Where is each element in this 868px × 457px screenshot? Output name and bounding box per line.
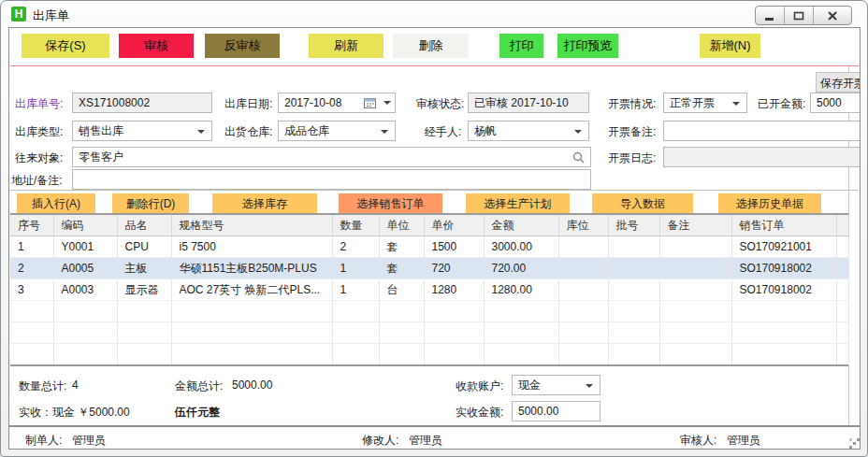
table-cell[interactable] bbox=[558, 258, 608, 279]
table-cell[interactable]: 主板 bbox=[117, 258, 171, 279]
table-cell[interactable] bbox=[659, 258, 731, 279]
empty-table-cell bbox=[332, 301, 379, 322]
table-cell[interactable]: 显示器 bbox=[117, 279, 171, 301]
invoice-status-select[interactable]: 正常开票 bbox=[663, 93, 747, 113]
select-production-plan-button[interactable]: 选择生产计划 bbox=[466, 193, 570, 214]
order-no-field[interactable]: XS171008002 bbox=[72, 93, 212, 113]
grid-header-1[interactable]: 编码 bbox=[53, 215, 117, 236]
partner-field[interactable]: 零售客户 bbox=[72, 147, 591, 167]
audit-button[interactable]: 审核 bbox=[119, 34, 194, 58]
table-cell[interactable] bbox=[558, 236, 608, 258]
table-cell[interactable] bbox=[659, 279, 731, 301]
unaudit-button[interactable]: 反审核 bbox=[205, 34, 280, 58]
table-cell[interactable]: 华硕1151主板B250M-PLUS bbox=[171, 258, 332, 279]
qty-total-value: 4 bbox=[72, 378, 79, 392]
delete-row-button[interactable]: 删除行(D) bbox=[112, 193, 189, 214]
handler-select[interactable]: 杨帆 bbox=[468, 121, 589, 141]
table-cell[interactable]: 1280.00 bbox=[484, 279, 558, 301]
table-cell[interactable]: 台 bbox=[379, 279, 424, 301]
table-cell[interactable]: SO170921001 bbox=[731, 236, 836, 258]
table-cell[interactable]: 1500 bbox=[424, 236, 484, 258]
table-cell[interactable]: 1 bbox=[332, 279, 379, 301]
save-invoice-button[interactable]: 保存开票 bbox=[816, 72, 861, 93]
table-cell[interactable]: A0005 bbox=[53, 258, 117, 279]
grid-header-9[interactable]: 批号 bbox=[608, 215, 659, 236]
delete-button[interactable]: 删除 bbox=[393, 34, 469, 58]
table-cell[interactable] bbox=[608, 236, 659, 258]
minimize-button[interactable] bbox=[756, 7, 785, 24]
table-row[interactable]: 2A0005主板华硕1151主板B250M-PLUS1套720720.00SO1… bbox=[10, 258, 848, 279]
grid-header-8[interactable]: 库位 bbox=[558, 215, 608, 236]
close-button[interactable] bbox=[814, 7, 851, 24]
refresh-button[interactable]: 刷新 bbox=[309, 34, 383, 58]
account-select[interactable]: 现金 bbox=[512, 375, 600, 395]
grid-header-10[interactable]: 备注 bbox=[659, 215, 731, 236]
warehouse-select[interactable]: 成品仓库 bbox=[278, 121, 396, 141]
date-dropdown-arrow-icon[interactable] bbox=[383, 101, 391, 108]
table-cell[interactable]: SO170918002 bbox=[731, 279, 836, 301]
table-cell[interactable]: 1280 bbox=[424, 279, 484, 301]
table-cell[interactable]: 720.00 bbox=[484, 258, 558, 279]
received-label: 实收金额: bbox=[456, 405, 503, 421]
add-new-button[interactable]: 新增(N) bbox=[700, 34, 760, 58]
table-cell[interactable]: 套 bbox=[379, 236, 424, 258]
table-cell[interactable]: 1 bbox=[10, 236, 53, 258]
print-preview-button[interactable]: 打印预览 bbox=[557, 34, 618, 58]
invoice-note-field[interactable] bbox=[663, 121, 861, 141]
save-button[interactable]: 保存(S) bbox=[22, 34, 109, 58]
table-cell[interactable]: 2 bbox=[332, 236, 379, 258]
insert-row-button[interactable]: 插入行(A) bbox=[17, 193, 95, 214]
table-cell[interactable] bbox=[659, 236, 731, 258]
table-cell[interactable]: 3 bbox=[10, 279, 53, 301]
grid-header-11[interactable]: 销售订单 bbox=[731, 215, 836, 236]
empty-table-cell bbox=[731, 344, 836, 365]
print-button[interactable]: 打印 bbox=[499, 34, 543, 58]
calendar-icon[interactable] bbox=[364, 97, 376, 108]
grid-header-0[interactable]: 序号 bbox=[10, 215, 53, 236]
maximize-button[interactable] bbox=[785, 7, 814, 24]
resize-grip-icon[interactable] bbox=[853, 442, 856, 445]
empty-table-cell bbox=[424, 344, 484, 365]
empty-table-cell bbox=[53, 301, 117, 322]
grid-header-7[interactable]: 金额 bbox=[484, 215, 558, 236]
grid-header-12[interactable] bbox=[836, 215, 848, 236]
table-cell[interactable]: Y0001 bbox=[53, 236, 117, 258]
invoiced-amount-field[interactable]: 5000 bbox=[810, 93, 861, 113]
window-controls bbox=[755, 6, 852, 25]
search-icon[interactable] bbox=[572, 151, 585, 164]
received-amount-field[interactable]: 5000.00 bbox=[512, 401, 600, 421]
table-cell[interactable] bbox=[836, 279, 848, 301]
table-cell[interactable]: 1 bbox=[332, 258, 379, 279]
order-date-field[interactable]: 2017-10-08 bbox=[278, 93, 396, 113]
table-cell[interactable]: i5 7500 bbox=[171, 236, 332, 258]
table-cell[interactable]: A0003 bbox=[53, 279, 117, 301]
outbound-type-select[interactable]: 销售出库 bbox=[72, 121, 212, 141]
grid-header-4[interactable]: 数量 bbox=[332, 215, 379, 236]
grid-header-3[interactable]: 规格型号 bbox=[171, 215, 332, 236]
empty-table-cell bbox=[558, 301, 608, 322]
grid-header-5[interactable]: 单位 bbox=[379, 215, 424, 236]
table-cell[interactable]: 套 bbox=[379, 258, 424, 279]
table-cell[interactable]: AOC 27英寸 焕新二代PLS... bbox=[171, 279, 332, 301]
table-cell[interactable]: CPU bbox=[117, 236, 171, 258]
empty-table-cell bbox=[53, 344, 117, 365]
table-cell[interactable]: 2 bbox=[10, 258, 53, 279]
table-cell[interactable] bbox=[608, 258, 659, 279]
table-cell[interactable]: SO170918002 bbox=[731, 258, 836, 279]
table-cell[interactable]: 720 bbox=[424, 258, 484, 279]
import-data-button[interactable]: 导入数据 bbox=[592, 193, 693, 214]
select-history-button[interactable]: 选择历史单据 bbox=[718, 193, 821, 214]
select-sales-order-button[interactable]: 选择销售订单 bbox=[339, 193, 442, 214]
select-stock-button[interactable]: 选择库存 bbox=[212, 193, 317, 214]
address-note-field[interactable] bbox=[72, 169, 591, 190]
table-cell[interactable] bbox=[836, 258, 848, 279]
table-cell[interactable] bbox=[608, 279, 659, 301]
table-cell[interactable]: 3000.00 bbox=[484, 236, 558, 258]
table-row[interactable]: 1Y0001CPUi5 75002套15003000.00SO170921001 bbox=[10, 236, 848, 258]
table-row[interactable]: 3A0003显示器AOC 27英寸 焕新二代PLS...1台12801280.0… bbox=[10, 279, 848, 301]
grid-header-6[interactable]: 单价 bbox=[424, 215, 484, 236]
grid-header-2[interactable]: 品名 bbox=[117, 215, 171, 236]
table-cell[interactable] bbox=[836, 236, 848, 258]
empty-table-cell bbox=[424, 322, 484, 344]
table-cell[interactable] bbox=[558, 279, 608, 301]
